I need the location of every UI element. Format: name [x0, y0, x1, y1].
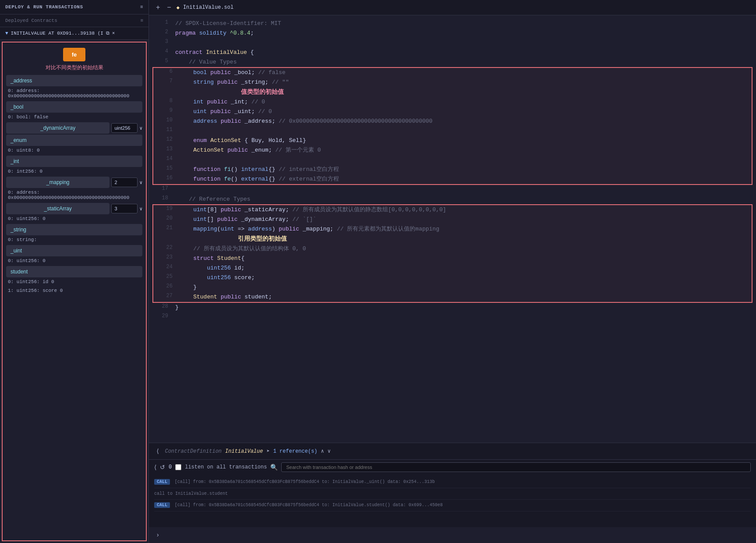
- filename: InitialValue.sol: [183, 4, 233, 11]
- uint-output: 0: uint256: 0: [6, 257, 142, 266]
- code-line-6: 6 bool public _bool; // false: [153, 68, 752, 78]
- static-array-button[interactable]: _staticArray: [6, 203, 110, 214]
- tx-entry-3: CALL [call] from: 0x5B38Da6a701c568545dC…: [154, 500, 751, 511]
- nav-down-icon[interactable]: ∨: [328, 448, 331, 454]
- code-line-7: 7 string public _string; // "" 值类型的初始值: [153, 78, 752, 97]
- bool-button[interactable]: _bool: [6, 101, 142, 113]
- code-line-13: 13 ActionSet public _enum; // 第一个元素 0: [153, 146, 752, 155]
- code-line-23: 23 struct Student{: [153, 254, 752, 263]
- copy-icon[interactable]: ⧉: [106, 31, 110, 36]
- mapping-input[interactable]: [111, 177, 138, 187]
- code-line-12: 12 enum ActionSet { Buy, Hold, Sell}: [153, 136, 752, 146]
- code-line-18: 18 // Reference Types: [149, 195, 756, 204]
- code-line-26: 26 }: [153, 283, 752, 292]
- code-line-29: 29: [149, 312, 756, 322]
- student-output2: 1: uint256: score 0: [6, 287, 142, 296]
- code-line-27: 27 Student public student;: [153, 292, 752, 302]
- call-badge-1: CALL: [154, 479, 170, 485]
- int-button[interactable]: _int: [6, 156, 142, 167]
- code-line-1: 1 // SPDX-License-Identifier: MIT: [149, 19, 756, 28]
- editor-header: + − ◆ InitialValue.sol: [149, 0, 756, 15]
- file-icon: ◆: [177, 4, 180, 11]
- code-line-8: 8 int public _int; // 0: [153, 97, 752, 107]
- references-link[interactable]: 1 reference(s): [273, 448, 318, 454]
- dynamic-array-button[interactable]: _dynamicArray: [6, 122, 110, 134]
- tx-search-input[interactable]: [281, 462, 751, 472]
- dynamic-array-input[interactable]: [111, 123, 138, 133]
- code-line-10: 10 address public _address; // 0x0000000…: [153, 117, 752, 126]
- code-line-21: 21 mapping(uint => address) public _mapp…: [153, 224, 752, 244]
- code-line-2: 2 pragma solidity ^0.8.4;: [149, 28, 756, 38]
- zoom-out-button[interactable]: −: [165, 4, 173, 11]
- bottom-arrow-icon[interactable]: ›: [154, 530, 161, 540]
- tx-list: CALL [call] from: 0x5B38Da6a701c568545dC…: [149, 475, 756, 527]
- code-line-25: 25 uint256 score;: [153, 273, 752, 283]
- enum-button[interactable]: _enum: [6, 135, 142, 146]
- highlighted-section-1: 6 bool public _bool; // false 7 string p…: [152, 67, 752, 185]
- panel-title: DEPLOY & RUN TRANSACTIONS: [5, 4, 83, 10]
- zoom-in-button[interactable]: +: [154, 4, 162, 11]
- uint-button[interactable]: _uint: [6, 245, 142, 256]
- code-area: 1 // SPDX-License-Identifier: MIT 2 prag…: [149, 15, 756, 443]
- code-line-9: 9 uint public _uint; // 0: [153, 107, 752, 117]
- code-line-5: 5 // Value Types: [149, 57, 756, 67]
- code-line-14: 14: [153, 155, 752, 165]
- left-panel: DEPLOY & RUN TRANSACTIONS ≡ Deployed Con…: [0, 0, 149, 543]
- mapping-row: _mapping ∨: [6, 177, 142, 188]
- arrow-icon: ➤: [266, 448, 269, 454]
- code-line-3: 3: [149, 38, 756, 48]
- fe-button[interactable]: fe: [63, 48, 86, 61]
- expand-icon[interactable]: ⟨: [154, 446, 161, 457]
- tx-detail-2: call to InitialValue.student: [154, 491, 228, 496]
- annotation-reference-types: 引用类型的初始值: [238, 235, 287, 242]
- code-line-19: 19 uint[8] public _staticArray; // 所有成员设…: [153, 205, 752, 215]
- code-line-22: 22 // 所有成员设为其默认认值的结构体 0, 0: [153, 244, 752, 254]
- instance-label: INITIALVALUE AT 0XD91...39138 (I: [11, 31, 103, 36]
- contract-name-label: InitialValue: [225, 448, 263, 454]
- tx-detail-1: [call] from: 0x5B38Da6a701c568545dCfcB03…: [175, 479, 435, 484]
- tx-search-icon[interactable]: 🔍: [270, 464, 278, 471]
- chevron-icon[interactable]: ▼: [5, 31, 8, 36]
- deployed-contracts-icon: ≡: [140, 18, 143, 23]
- address-output: 0: address: 0x00000000000000000000000000…: [6, 87, 142, 101]
- string-button[interactable]: _string: [6, 224, 142, 235]
- right-panel: + − ◆ InitialValue.sol 1 // SPDX-License…: [149, 0, 756, 543]
- static-array-output: 0: uint256: 0: [6, 215, 142, 224]
- student-button[interactable]: student: [6, 266, 142, 277]
- panel-header-icons: ≡: [140, 4, 143, 10]
- tx-entry-1: CALL [call] from: 0x5B38Da6a701c568545dC…: [154, 476, 751, 488]
- mapping-button[interactable]: _mapping: [6, 177, 110, 188]
- tx-scroll-icon[interactable]: ⟨: [154, 464, 156, 471]
- dynamic-array-row: _dynamicArray ∨: [6, 122, 142, 134]
- nav-up-icon[interactable]: ∧: [321, 448, 324, 454]
- static-array-input[interactable]: [111, 204, 138, 213]
- code-line-16: 16 function fe() external{} // external空…: [153, 174, 752, 184]
- tx-circle-icon[interactable]: ↺: [160, 464, 165, 471]
- listen-label: listen on all transactions: [185, 464, 267, 470]
- bottom-expand-row: ›: [149, 527, 756, 543]
- contract-def-label: ContractDefinition: [165, 448, 222, 454]
- bottom-bar: ⟨ ContractDefinition InitialValue ➤ 1 re…: [149, 443, 756, 459]
- tx-bar: ⟨ ↺ 0 listen on all transactions 🔍: [149, 459, 756, 475]
- deployed-contracts-label: Deployed Contracts: [5, 18, 57, 23]
- close-icon[interactable]: ×: [112, 31, 115, 36]
- student-output1: 0: uint256: id 0: [6, 278, 142, 287]
- annotation-value-types: 值类型的初始值: [241, 89, 284, 96]
- int-output: 0: int256: 0: [6, 168, 142, 177]
- mapping-chevron[interactable]: ∨: [139, 180, 142, 185]
- mapping-output: 0: address: 0x00000000000000000000000000…: [6, 189, 142, 203]
- string-output: 0: string:: [6, 236, 142, 245]
- contract-scroll-area: fe 对比不同类型的初始结果 _address 0: address: 0x00…: [2, 42, 147, 541]
- highlighted-section-2: 19 uint[8] public _staticArray; // 所有成员设…: [152, 204, 752, 303]
- address-button[interactable]: _address: [6, 75, 142, 86]
- panel-header: DEPLOY & RUN TRANSACTIONS ≡: [0, 0, 148, 14]
- listen-checkbox[interactable]: [175, 464, 181, 470]
- code-line-4: 4 contract InitialValue {: [149, 48, 756, 57]
- bool-output: 0: bool: false: [6, 114, 142, 122]
- code-line-11: 11: [153, 126, 752, 136]
- static-array-row: _staticArray ∨: [6, 203, 142, 214]
- static-array-chevron[interactable]: ∨: [139, 206, 142, 212]
- code-line-28: 28 }: [149, 303, 756, 312]
- deployed-contracts-bar: Deployed Contracts ≡: [0, 14, 148, 27]
- dynamic-array-chevron[interactable]: ∨: [139, 125, 142, 131]
